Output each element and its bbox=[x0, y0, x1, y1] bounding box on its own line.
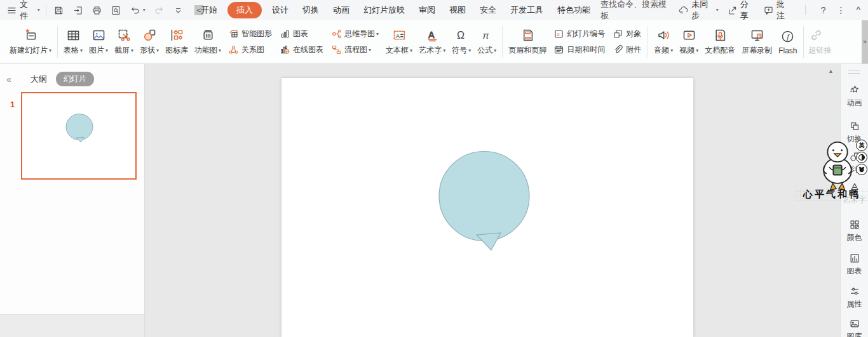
sync-status-button[interactable]: 未同步 ▾ bbox=[678, 0, 719, 22]
ribbon-flowchart-button[interactable]: 流程图▾ bbox=[331, 44, 379, 55]
sidebar-item-chart[interactable]: 图表 bbox=[841, 253, 868, 277]
ribbon-function-diagram-button[interactable]: 功能图▾ bbox=[191, 28, 224, 56]
ribbon-doc-voice-button[interactable]: 文档配音 bbox=[702, 28, 738, 56]
hyperlink-icon bbox=[809, 28, 824, 43]
customize-qat-icon[interactable] bbox=[173, 5, 184, 16]
ribbon-icon-library-button[interactable]: 图标库 bbox=[162, 28, 191, 56]
ribbon-label: 幻灯片编号 bbox=[567, 29, 605, 39]
tab-outline[interactable]: 大纲 bbox=[31, 74, 47, 85]
chart-icon bbox=[280, 29, 290, 39]
ribbon-formula-button[interactable]: π公式▾ bbox=[474, 28, 499, 56]
comment-button[interactable]: 批注 bbox=[763, 0, 791, 22]
ribbon-datetime-button[interactable]: 日期和时间 bbox=[553, 44, 605, 55]
ribbon-table-button[interactable]: 表格▾ bbox=[60, 28, 86, 56]
menu-tab-security[interactable]: 安全 bbox=[473, 1, 503, 19]
menu-tab-design[interactable]: 设计 bbox=[265, 1, 295, 19]
ribbon-stack-column: #幻灯片编号日期和时间 bbox=[550, 29, 609, 55]
svg-text:A: A bbox=[428, 30, 435, 40]
ribbon-object-button[interactable]: 对象 bbox=[613, 29, 641, 39]
sidebar-item-label: 图库 bbox=[847, 331, 862, 337]
sync-dropdown-caret: ▾ bbox=[716, 8, 719, 13]
ribbon-screen-record-button[interactable]: 屏幕录制 bbox=[738, 28, 775, 56]
ribbon-flash-button[interactable]: ƒFlash bbox=[775, 29, 800, 55]
sidebar-item-gallery[interactable]: 图库 bbox=[841, 318, 868, 337]
menu-tab-label: 插入 bbox=[236, 4, 253, 16]
slide-panel-header: « 大纲 幻灯片 bbox=[0, 64, 144, 90]
menu-tab-animation[interactable]: 动画 bbox=[326, 1, 356, 19]
ribbon-new-slide-button[interactable]: 新建幻灯片▾ bbox=[6, 28, 55, 56]
ribbon-textbox-button[interactable]: A文本框▾ bbox=[383, 28, 416, 56]
menu-tab-devtools[interactable]: 开发工具 bbox=[503, 1, 550, 19]
export-pdf-icon[interactable] bbox=[72, 5, 83, 16]
ribbon-attachment-button[interactable]: 附件 bbox=[613, 44, 641, 55]
sidebar-item-color[interactable]: 颜色 bbox=[841, 219, 868, 243]
attachment-icon bbox=[613, 44, 623, 55]
menu-tab-label: 动画 bbox=[333, 4, 349, 16]
slide-thumbnail[interactable] bbox=[21, 92, 137, 180]
ribbon-chart-button[interactable]: 图表 bbox=[280, 29, 323, 39]
menu-tab-transition[interactable]: 切换 bbox=[295, 1, 326, 19]
collapse-ribbon-icon[interactable]: ^ bbox=[855, 5, 862, 15]
audio-icon bbox=[656, 28, 671, 43]
textbox-icon: A bbox=[392, 28, 407, 43]
share-button[interactable]: 分享 bbox=[727, 0, 755, 22]
ribbon-slide-number-button[interactable]: #幻灯片编号 bbox=[553, 29, 605, 39]
ribbon-symbol-button[interactable]: Ω符号▾ bbox=[449, 28, 474, 56]
menu-tab-slideshow[interactable]: 幻灯片放映 bbox=[356, 1, 412, 19]
ribbon-expander[interactable]: > bbox=[862, 20, 868, 63]
half-moon-icon[interactable] bbox=[856, 152, 867, 163]
dropdown-caret-icon: ▾ bbox=[219, 48, 221, 53]
ribbon-screenshot-button[interactable]: 截屏▾ bbox=[111, 28, 137, 56]
menu-tab-insert[interactable]: 插入 bbox=[227, 2, 262, 18]
ribbon-shapes-button[interactable]: 形状▾ bbox=[137, 28, 162, 56]
print-preview-icon[interactable] bbox=[111, 5, 121, 16]
ribbon-label: 流程图 bbox=[344, 44, 367, 55]
main-area: « 大纲 幻灯片 1 ▲ 动画切换形 bbox=[0, 64, 868, 337]
ribbon-mindmap-button[interactable]: 思维导图▾ bbox=[331, 29, 379, 39]
sidebar-drag-handle-icon[interactable] bbox=[848, 70, 860, 74]
undo-dropdown-caret[interactable]: ▾ bbox=[143, 8, 146, 13]
ribbon-stack-column: 智能图形关系图 bbox=[224, 29, 276, 55]
collapse-panel-icon[interactable]: « bbox=[6, 74, 11, 84]
ribbon-online-chart-button[interactable]: 在线图表 bbox=[280, 44, 323, 55]
ribbon-video-button[interactable]: 视频▾ bbox=[676, 28, 702, 56]
sidebar-item-properties[interactable]: 属性 bbox=[841, 286, 868, 310]
menu-tab-features[interactable]: 特色功能 bbox=[550, 1, 597, 19]
menu-tab-review[interactable]: 审阅 bbox=[412, 1, 442, 19]
help-icon[interactable]: ? bbox=[820, 5, 827, 15]
ribbon-label: 文本框 bbox=[386, 45, 409, 56]
redo-icon bbox=[154, 5, 165, 16]
ribbon-group: 新建幻灯片▾ bbox=[6, 20, 55, 63]
ribbon-smart-graphics-button[interactable]: 智能图形 bbox=[228, 29, 272, 39]
scrollbar-up-icon[interactable]: ▲ bbox=[828, 68, 834, 74]
flash-icon: ƒ bbox=[780, 29, 795, 44]
file-menu-label[interactable]: 文件 bbox=[20, 0, 35, 22]
tab-slides[interactable]: 幻灯片 bbox=[56, 72, 94, 86]
print-icon[interactable] bbox=[92, 5, 102, 16]
main-menu-button[interactable]: 文件 ▾ bbox=[6, 0, 40, 22]
menu-tab-home[interactable]: <开始 bbox=[187, 1, 224, 19]
search-box[interactable]: 查找命令、搜索模板 bbox=[597, 0, 670, 22]
cloud-sync-icon bbox=[678, 5, 689, 16]
ribbon-audio-button[interactable]: 音频▾ bbox=[651, 28, 676, 56]
ribbon-label: 超链接 bbox=[809, 45, 832, 56]
mascot-head-icon[interactable] bbox=[856, 164, 867, 175]
dropdown-caret-icon: ▾ bbox=[670, 48, 673, 53]
save-icon[interactable] bbox=[53, 5, 64, 16]
oval-callout-shape[interactable] bbox=[281, 78, 693, 337]
more-options-icon[interactable]: ⋮ bbox=[835, 5, 846, 15]
ribbon-header-footer-button[interactable]: 页眉和页脚 bbox=[505, 28, 550, 56]
ribbon-separator bbox=[648, 26, 648, 58]
ribbon-relation-diagram-button[interactable]: 关系图 bbox=[228, 44, 272, 55]
ribbon-picture-button[interactable]: 图片▾ bbox=[86, 28, 111, 56]
ribbon-label: 表格 bbox=[64, 45, 79, 56]
slide-canvas[interactable] bbox=[281, 78, 693, 337]
undo-button[interactable]: ▾ bbox=[130, 5, 146, 16]
translate-english-button[interactable]: 英 bbox=[856, 140, 867, 151]
divider bbox=[46, 5, 46, 15]
menu-tab-label: 设计 bbox=[272, 4, 288, 16]
menu-tab-view[interactable]: 视图 bbox=[442, 1, 473, 19]
sidebar-item-animation[interactable]: 动画 bbox=[841, 84, 868, 109]
slide-panel: « 大纲 幻灯片 1 bbox=[0, 64, 145, 337]
ribbon-wordart-button[interactable]: A艺术字▾ bbox=[416, 28, 449, 56]
